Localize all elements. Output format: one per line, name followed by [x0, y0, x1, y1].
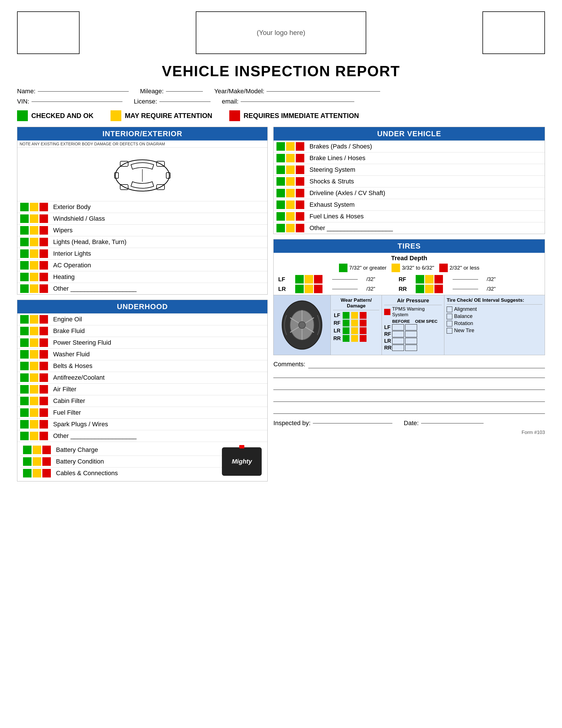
green-box	[23, 469, 32, 477]
lr-yellow	[304, 285, 313, 293]
underhood-item-7: Cabin Filter	[17, 395, 268, 407]
color-boxes	[20, 315, 48, 324]
inspected-by-field: Inspected by:	[273, 419, 392, 427]
vin-label: VIN:	[17, 98, 29, 105]
color-boxes	[20, 273, 48, 281]
name-input[interactable]	[38, 91, 129, 92]
green-box	[277, 189, 285, 197]
under-vehicle-items: Brakes (Pads / Shoes)Brake Lines / Hoses…	[274, 140, 545, 234]
year-make-model-input[interactable]	[267, 91, 380, 92]
tread-green-box	[339, 264, 347, 272]
air-before-rr[interactable]	[392, 345, 404, 351]
car-diagram-note: NOTE ANY EXISTING EXTERIOR BODY DAMAGE O…	[17, 140, 268, 148]
air-oemspec-rr[interactable]	[405, 345, 417, 351]
inspected-by-label: Inspected by:	[273, 419, 310, 427]
rr-unit: /32"	[487, 286, 495, 292]
comment-line-2[interactable]	[273, 370, 545, 378]
underhood-item-label-0: Engine Oil	[53, 316, 82, 323]
red-box	[40, 408, 48, 417]
uv-item-label-0: Brakes (Pads / Shoes)	[309, 143, 372, 150]
air-oemspec-lr[interactable]	[405, 338, 417, 344]
check-item-label-0: Alignment	[454, 306, 477, 312]
green-box	[277, 212, 285, 221]
green-indicator	[17, 110, 28, 121]
color-boxes	[277, 166, 304, 174]
tread-green: 7/32" or greater	[339, 264, 386, 272]
green-box	[20, 238, 29, 246]
comment-line-4[interactable]	[273, 394, 545, 402]
green-box	[20, 327, 29, 335]
rr-reading[interactable]	[453, 289, 478, 289]
yellow-box	[30, 408, 38, 417]
air-oemspec-lf[interactable]	[405, 324, 417, 330]
underhood-item-6: Air Filter	[17, 383, 268, 395]
uv-item-7: Other ___________________	[274, 222, 545, 234]
color-boxes	[277, 224, 304, 232]
rr-green	[416, 285, 424, 293]
ie-item-7: Other ___________________	[17, 283, 268, 294]
battery-item-label-1: Battery Condition	[56, 458, 104, 465]
underhood-item-label-7: Cabin Filter	[53, 397, 85, 405]
inspected-by-input[interactable]	[313, 423, 392, 423]
wear-pos-rf: RF	[333, 320, 379, 326]
check-box-alignment[interactable]	[447, 307, 452, 312]
logo-right	[482, 11, 545, 54]
yellow-box	[30, 338, 38, 347]
color-boxes	[23, 457, 51, 466]
red-wear-rf	[360, 320, 366, 326]
color-boxes	[20, 408, 48, 417]
color-boxes	[20, 327, 48, 335]
red-box	[40, 362, 48, 370]
green-box	[20, 397, 29, 405]
green-box	[20, 385, 29, 394]
air-before-lr[interactable]	[392, 338, 404, 344]
comments-section: Comments: Inspected by: Date: Form #103	[273, 360, 545, 435]
air-before-rf[interactable]	[392, 331, 404, 337]
comment-line-5[interactable]	[273, 406, 545, 414]
lr-reading[interactable]	[332, 289, 358, 289]
green-box	[20, 284, 29, 293]
email-label: email:	[222, 98, 239, 105]
car-diagram	[17, 148, 268, 201]
underhood-section: UNDERHOOD Engine OilBrake FluidPower Ste…	[17, 300, 268, 481]
comment-line-3[interactable]	[273, 382, 545, 390]
check-box-rotation[interactable]	[447, 321, 452, 326]
yellow-indicator	[111, 110, 121, 121]
color-boxes	[20, 203, 48, 211]
uv-item-1: Brake Lines / Hoses	[274, 152, 545, 164]
wear-pos-label-rr: RR	[333, 336, 341, 342]
year-make-model-field: Year/Make/Model:	[214, 88, 380, 95]
color-boxes	[20, 249, 48, 258]
check-box-balance[interactable]	[447, 314, 452, 319]
check-box-new-tire[interactable]	[447, 328, 452, 334]
air-before-lf[interactable]	[392, 324, 404, 330]
interior-exterior-section: INTERIOR/EXTERIOR NOTE ANY EXISTING EXTE…	[17, 127, 268, 295]
underhood-item-10: Other ___________________	[17, 430, 268, 442]
yellow-box	[286, 212, 294, 221]
rf-green	[416, 275, 424, 284]
vin-field: VIN:	[17, 98, 123, 105]
tire-check-item-3: New Tire	[447, 328, 542, 334]
air-oemspec-rf[interactable]	[405, 331, 417, 337]
check-item-label-3: New Tire	[454, 328, 474, 334]
mileage-input[interactable]	[166, 91, 203, 92]
yellow-box	[286, 142, 294, 151]
underhood-item-label-10: Other ___________________	[53, 432, 137, 440]
comments-input[interactable]	[308, 360, 545, 368]
tire-check-item-1: Balance	[447, 313, 542, 319]
lf-reading[interactable]	[332, 279, 358, 280]
email-field: email:	[222, 98, 354, 105]
battery-item-0: Battery Charge	[20, 444, 222, 456]
ie-item-label-0: Exterior Body	[53, 203, 91, 211]
underhood-header: UNDERHOOD	[17, 300, 268, 313]
color-boxes	[277, 142, 304, 151]
date-input[interactable]	[421, 423, 484, 423]
wear-pos-lf: LF	[333, 312, 379, 319]
yellow-box	[30, 226, 38, 235]
mileage-field: Mileage:	[140, 88, 203, 95]
green-wear-rf	[343, 320, 349, 326]
rf-reading[interactable]	[453, 279, 478, 280]
color-boxes	[20, 432, 48, 440]
comments-label: Comments:	[273, 361, 305, 368]
green-box	[23, 457, 32, 466]
